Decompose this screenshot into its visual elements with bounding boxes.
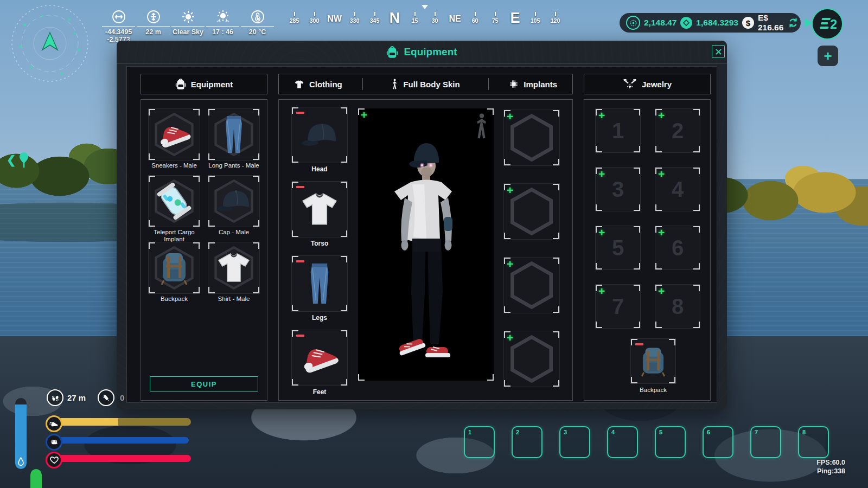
running-shoe-icon (49, 420, 59, 428)
add-icon[interactable]: + (658, 168, 665, 179)
time-value: 17 : 46 (212, 28, 233, 36)
add-icon[interactable]: + (598, 227, 605, 238)
add-icon[interactable]: + (598, 110, 605, 121)
long-pants-image (222, 115, 246, 154)
add-icon[interactable]: + (598, 285, 605, 297)
fist-icon (50, 438, 58, 446)
implant-slot-3[interactable]: + (503, 257, 560, 313)
window-title-bar: Equipment (117, 41, 727, 64)
necklace-icon (623, 79, 637, 89)
equipped-backpack-slot[interactable]: Backpack (626, 338, 680, 394)
compass-tick: 330 (350, 17, 360, 24)
player-arrow-icon (42, 33, 58, 50)
add-icon[interactable]: + (658, 227, 665, 238)
slot-feet[interactable]: Feet (291, 330, 348, 396)
offscreen-marker-chevron-icon: ❮ (7, 153, 16, 166)
hotbar-slot-1[interactable]: 1 (464, 426, 495, 458)
jewelry-slot-2[interactable]: +2 (655, 108, 700, 153)
hotbar-slot-6[interactable]: 6 (703, 426, 733, 458)
unequip-minus-icon[interactable] (296, 335, 304, 337)
compass-cardinal-ne: NE (449, 14, 461, 24)
equipment-window: Equipment Equipment (117, 41, 727, 409)
inventory-item-long-pants[interactable]: Long Pants - Male (208, 108, 260, 175)
heart-icon (50, 457, 59, 464)
energy-icon-circle (46, 434, 62, 451)
shirt-image (215, 252, 252, 284)
jewelry-slot-8[interactable]: +8 (655, 284, 700, 329)
window-title: Equipment (404, 46, 457, 58)
water-drop-icon (15, 457, 27, 466)
equip-button[interactable]: EQUIP (150, 376, 258, 391)
backpack-icon (386, 46, 398, 59)
add-widget-button[interactable]: + (818, 46, 838, 66)
compass-tick: 60 (472, 17, 478, 24)
fps-value: FPS:60.0 (786, 459, 845, 467)
health-icon-circle (46, 452, 62, 468)
depth-icon (146, 8, 161, 24)
jewelry-slot-1[interactable]: +1 (595, 108, 641, 153)
jewelry-slot-3[interactable]: +3 (595, 167, 641, 211)
jewelry-slot-6[interactable]: +6 (655, 226, 700, 270)
inventory-item-sneakers[interactable]: Sneakers - Male (148, 108, 200, 175)
head-item-cap-image (298, 119, 341, 151)
add-icon[interactable]: + (658, 285, 665, 297)
chip-icon (509, 79, 519, 89)
minimap[interactable] (9, 2, 91, 85)
health-bar (58, 455, 191, 462)
add-icon[interactable]: + (598, 168, 605, 179)
hotbar-slot-2[interactable]: 2 (512, 426, 542, 458)
exchange-button[interactable] (787, 17, 799, 29)
implant-slot-2[interactable]: + (503, 183, 560, 240)
implant-slot-4[interactable]: + (503, 331, 560, 387)
inventory-item-cap[interactable]: Cap - Male (208, 175, 260, 242)
jewelry-slot-5[interactable]: +5 (595, 226, 641, 270)
slot-head[interactable]: Head (291, 107, 348, 173)
legs-item-jeans-image (307, 262, 333, 305)
unequip-minus-icon[interactable] (635, 343, 643, 345)
slot-torso[interactable]: Torso (291, 181, 348, 247)
character-equipment-panel: Head Torso (278, 99, 573, 401)
e2-logo-button[interactable]: 2 (812, 8, 843, 40)
inventory-item-backpack[interactable]: Backpack (148, 242, 200, 309)
slot-legs[interactable]: Legs (291, 255, 348, 322)
unequip-minus-icon[interactable] (296, 186, 304, 188)
performance-readout: FPS:60.0 Ping:338 (786, 459, 845, 476)
hotbar: 1 2 3 4 5 6 7 8 (464, 426, 829, 458)
compass-strip: 285 300 NW 330 345 N 15 30 NE 60 75 E 10… (284, 12, 565, 27)
compass-tick: 30 (432, 17, 438, 24)
inventory-item-shirt[interactable]: Shirt - Male (208, 242, 260, 309)
jewelry-slot-7[interactable]: +7 (595, 284, 641, 329)
stamina-icon-circle (46, 415, 62, 432)
unequip-minus-icon[interactable] (296, 112, 304, 114)
compass-cardinal-n: N (390, 10, 400, 27)
hotbar-slot-5[interactable]: 5 (655, 426, 686, 458)
tab-full-body-skin[interactable]: Full Body Skin (368, 74, 484, 94)
character-preview[interactable]: + (358, 108, 494, 381)
implant-slot-1[interactable]: + (503, 110, 560, 166)
compass-tick: 120 (551, 17, 560, 24)
jewelry-panel-header: Jewelry (584, 74, 711, 94)
hotbar-slot-7[interactable]: 7 (750, 426, 781, 458)
jewelry-slot-4[interactable]: +4 (655, 167, 700, 211)
left-panel-title: Equipment (191, 80, 233, 89)
temperature-value: 20 °C (249, 28, 266, 36)
stat-weather: Clear Sky (171, 8, 205, 44)
depth-value: 22 m (145, 28, 161, 36)
stat-temperature: 20 °C (241, 8, 274, 44)
left-panel-header: Equipment (141, 74, 267, 94)
walked-distance-value: 27 m (67, 393, 86, 402)
add-icon[interactable]: + (658, 110, 665, 121)
backpack-image (156, 249, 192, 287)
hotbar-slot-8[interactable]: 8 (798, 426, 829, 458)
hotbar-slot-3[interactable]: 3 (559, 426, 590, 458)
hotbar-slot-4[interactable]: 4 (607, 426, 638, 458)
dollar-coin-icon: $ (742, 17, 754, 29)
inventory-item-teleport-cargo-implant[interactable]: Teleport Cargo Implant (148, 175, 200, 242)
daytime-icon (216, 8, 230, 24)
inventory-items-panel: Sneakers - Male Long Pants - Male (141, 99, 267, 401)
tab-clothing[interactable]: Clothing (279, 74, 358, 94)
close-button[interactable] (712, 45, 725, 58)
tab-implants[interactable]: Implants (494, 74, 572, 94)
unequip-minus-icon[interactable] (296, 260, 304, 262)
add-icon[interactable]: + (361, 109, 367, 120)
